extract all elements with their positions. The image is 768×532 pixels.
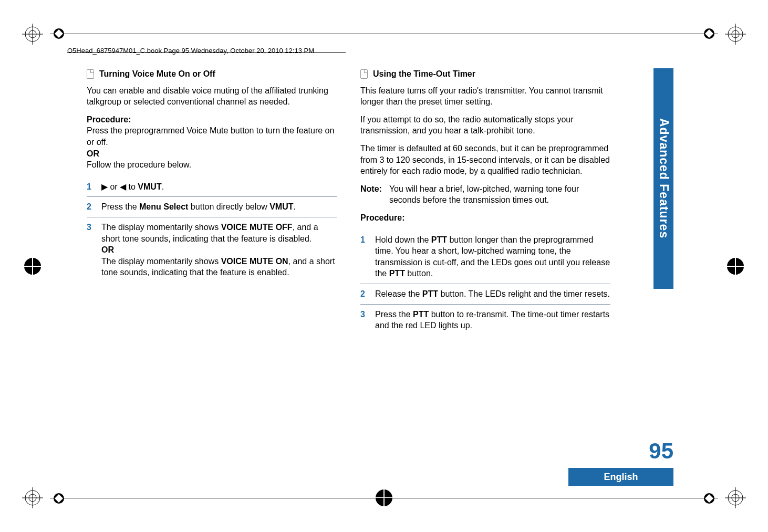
procedure-text: Follow the procedure below. xyxy=(87,159,337,171)
procedure-block: Procedure: Press the preprogrammed Voice… xyxy=(87,114,337,171)
step-text: The display momentarily shows xyxy=(101,223,221,232)
button-name: PTT xyxy=(431,235,447,244)
procedure-text: Press the preprogrammed Voice Mute butto… xyxy=(87,125,337,148)
step-text: . xyxy=(293,202,295,211)
crop-line xyxy=(50,498,718,498)
ui-label: VOICE MUTE ON xyxy=(221,257,288,266)
intro-paragraph: You can enable and disable voice muting … xyxy=(87,85,337,108)
nav-arrows: ▶ or ◀ to xyxy=(101,182,138,191)
page-number: 95 xyxy=(649,439,673,464)
procedure-label: Procedure: xyxy=(360,212,610,224)
step-text: . xyxy=(162,182,164,191)
heading-text: Turning Voice Mute On or Off xyxy=(99,68,215,80)
or-label: OR xyxy=(101,244,337,256)
step-text: Release the xyxy=(375,289,422,298)
procedure-label: Procedure: xyxy=(87,114,337,126)
step-row: 2 Press the Menu Select button directly … xyxy=(87,197,337,217)
step-text: Press the xyxy=(375,310,413,319)
document-icon xyxy=(360,69,368,79)
crop-arrow-icon xyxy=(53,492,65,505)
page-body: Turning Voice Mute On or Off You can ena… xyxy=(87,68,610,458)
registration-mark-icon xyxy=(725,256,746,277)
registration-mark-icon xyxy=(22,487,43,508)
step-text: button directly below xyxy=(188,202,269,211)
step-text: Press the xyxy=(101,202,139,211)
heading-text: Using the Time-Out Timer xyxy=(373,68,475,80)
registration-mark-icon xyxy=(22,256,43,277)
step-text: The display momentarily shows xyxy=(101,257,221,266)
step-body: Hold down the PTT button longer than the… xyxy=(375,234,610,279)
step-row: 2 Release the PTT button. The LEDs relig… xyxy=(360,284,610,305)
step-number: 1 xyxy=(360,234,368,279)
document-icon xyxy=(87,69,94,79)
crop-arrow-icon xyxy=(703,492,715,505)
step-number: 1 xyxy=(87,181,94,193)
paragraph: If you attempt to do so, the radio autom… xyxy=(360,114,610,137)
note-label: Note: xyxy=(360,183,382,206)
step-number: 2 xyxy=(87,201,94,213)
right-column: Using the Time-Out Timer This feature tu… xyxy=(360,68,610,458)
section-heading: Using the Time-Out Timer xyxy=(360,68,610,80)
step-body: Press the PTT button to re-transmit. The… xyxy=(375,309,610,331)
step-body: Press the Menu Select button directly be… xyxy=(101,201,337,213)
step-body: The display momentarily shows VOICE MUTE… xyxy=(101,222,337,278)
crop-arrow-icon xyxy=(703,27,715,40)
button-name: PTT xyxy=(413,310,429,319)
button-name: Menu Select xyxy=(139,202,188,211)
step-number: 3 xyxy=(360,309,368,331)
crop-arrow-icon xyxy=(53,27,65,40)
registration-mark-icon xyxy=(725,24,746,45)
ui-label: VOICE MUTE OFF xyxy=(221,223,293,232)
registration-mark-icon xyxy=(22,24,43,45)
section-heading: Turning Voice Mute On or Off xyxy=(87,68,337,80)
button-name: PTT xyxy=(422,289,438,298)
chapter-tab-label: Advanced Features xyxy=(657,118,671,238)
step-row: 1 Hold down the PTT button longer than t… xyxy=(360,230,610,284)
step-text: button. xyxy=(405,269,433,278)
paragraph: This feature turns off your radio's tran… xyxy=(360,85,610,108)
step-list: 1 ▶ or ◀ to VMUT. 2 Press the Menu Selec… xyxy=(87,177,337,283)
step-text: button. The LEDs relight and the timer r… xyxy=(438,289,610,298)
language-footer: English xyxy=(568,468,673,486)
or-label: OR xyxy=(87,148,337,160)
step-number: 2 xyxy=(360,288,368,300)
step-row: 3 Press the PTT button to re-transmit. T… xyxy=(360,305,610,336)
crop-line xyxy=(50,34,718,34)
page-header: O5Head_6875947M01_C.book Page 95 Wednesd… xyxy=(67,47,314,55)
chapter-tab: Advanced Features xyxy=(653,68,673,289)
ui-label: VMUT xyxy=(138,182,161,191)
step-number: 3 xyxy=(87,222,94,278)
button-name: PTT xyxy=(389,269,405,278)
step-list: 1 Hold down the PTT button longer than t… xyxy=(360,230,610,336)
left-column: Turning Voice Mute On or Off You can ena… xyxy=(87,68,337,458)
note-text: You will hear a brief, low-pitched, warn… xyxy=(389,183,610,206)
step-row: 1 ▶ or ◀ to VMUT. xyxy=(87,177,337,197)
step-row: 3 The display momentarily shows VOICE MU… xyxy=(87,217,337,283)
step-body: ▶ or ◀ to VMUT. xyxy=(101,181,337,193)
paragraph: The timer is defaulted at 60 seconds, bu… xyxy=(360,143,610,177)
ui-label: VMUT xyxy=(269,202,293,211)
note-block: Note: You will hear a brief, low-pitched… xyxy=(360,183,610,206)
registration-mark-icon xyxy=(725,487,746,508)
step-body: Release the PTT button. The LEDs relight… xyxy=(375,288,610,300)
step-text: Hold down the xyxy=(375,235,431,244)
